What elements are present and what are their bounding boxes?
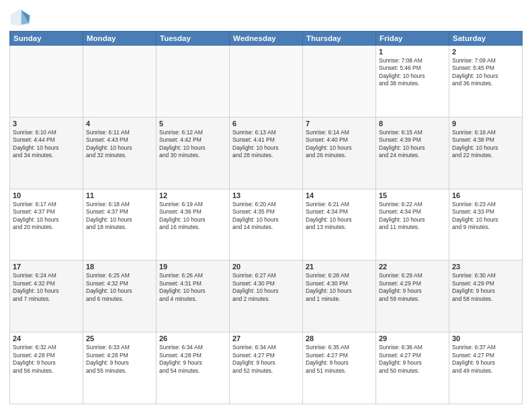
calendar-header: SundayMondayTuesdayWednesdayThursdayFrid… (10, 32, 523, 46)
day-info: Sunrise: 6:33 AM Sunset: 4:28 PM Dayligh… (86, 344, 130, 373)
calendar-cell: 7Sunrise: 6:14 AM Sunset: 4:40 PM Daylig… (303, 117, 376, 189)
calendar-cell: 23Sunrise: 6:30 AM Sunset: 4:29 PM Dayli… (449, 261, 523, 332)
calendar-cell: 30Sunrise: 6:37 AM Sunset: 4:27 PM Dayli… (449, 332, 523, 404)
calendar-cell: 3Sunrise: 6:10 AM Sunset: 4:44 PM Daylig… (10, 117, 83, 189)
calendar-cell: 29Sunrise: 6:36 AM Sunset: 4:27 PM Dayli… (376, 332, 449, 404)
day-info: Sunrise: 7:09 AM Sunset: 5:45 PM Dayligh… (452, 57, 498, 87)
calendar-cell: 17Sunrise: 6:24 AM Sunset: 4:32 PM Dayli… (10, 261, 83, 332)
calendar-cell: 15Sunrise: 6:22 AM Sunset: 4:34 PM Dayli… (376, 189, 449, 261)
week-row-2: 10Sunrise: 6:17 AM Sunset: 4:37 PM Dayli… (10, 189, 523, 261)
day-info: Sunrise: 6:24 AM Sunset: 4:32 PM Dayligh… (13, 272, 59, 302)
calendar-cell (10, 46, 83, 118)
weekday-header-sunday: Sunday (10, 32, 83, 46)
day-number: 30 (452, 334, 519, 342)
day-info: Sunrise: 6:20 AM Sunset: 4:35 PM Dayligh… (232, 201, 279, 230)
day-info: Sunrise: 6:34 AM Sunset: 4:27 PM Dayligh… (232, 344, 276, 373)
day-info: Sunrise: 6:28 AM Sunset: 4:30 PM Dayligh… (306, 272, 352, 302)
day-number: 23 (452, 263, 519, 271)
day-number: 10 (13, 191, 80, 199)
day-info: Sunrise: 6:19 AM Sunset: 4:36 PM Dayligh… (159, 201, 206, 230)
calendar-cell: 12Sunrise: 6:19 AM Sunset: 4:36 PM Dayli… (157, 189, 230, 261)
day-info: Sunrise: 6:21 AM Sunset: 4:34 PM Dayligh… (306, 201, 352, 230)
day-number: 17 (13, 263, 80, 271)
day-number: 21 (306, 263, 373, 271)
day-info: Sunrise: 7:08 AM Sunset: 5:46 PM Dayligh… (379, 57, 425, 87)
day-number: 11 (86, 191, 153, 199)
calendar-cell: 4Sunrise: 6:11 AM Sunset: 4:43 PM Daylig… (83, 117, 157, 189)
day-info: Sunrise: 6:26 AM Sunset: 4:31 PM Dayligh… (159, 272, 206, 302)
day-info: Sunrise: 6:30 AM Sunset: 4:29 PM Dayligh… (452, 272, 496, 302)
day-info: Sunrise: 6:11 AM Sunset: 4:43 PM Dayligh… (86, 129, 132, 158)
day-number: 6 (232, 120, 300, 128)
day-number: 3 (13, 120, 80, 128)
calendar-table: SundayMondayTuesdayWednesdayThursdayFrid… (9, 31, 523, 404)
calendar-cell: 18Sunrise: 6:25 AM Sunset: 4:32 PM Dayli… (83, 261, 157, 332)
calendar-cell (157, 46, 230, 118)
calendar-cell: 22Sunrise: 6:29 AM Sunset: 4:29 PM Dayli… (376, 261, 449, 332)
week-row-0: 1Sunrise: 7:08 AM Sunset: 5:46 PM Daylig… (10, 46, 523, 118)
day-info: Sunrise: 6:13 AM Sunset: 4:41 PM Dayligh… (232, 129, 279, 158)
calendar-cell: 9Sunrise: 6:16 AM Sunset: 4:38 PM Daylig… (449, 117, 523, 189)
day-number: 15 (379, 191, 446, 199)
day-number: 20 (232, 263, 300, 271)
day-info: Sunrise: 6:18 AM Sunset: 4:37 PM Dayligh… (86, 201, 132, 230)
day-number: 29 (379, 334, 446, 342)
day-info: Sunrise: 6:32 AM Sunset: 4:28 PM Dayligh… (13, 344, 56, 373)
header-row: SundayMondayTuesdayWednesdayThursdayFrid… (10, 32, 523, 46)
day-info: Sunrise: 6:15 AM Sunset: 4:39 PM Dayligh… (379, 129, 425, 158)
day-number: 26 (159, 334, 226, 342)
calendar-cell (230, 46, 303, 118)
calendar-cell: 8Sunrise: 6:15 AM Sunset: 4:39 PM Daylig… (376, 117, 449, 189)
weekday-header-monday: Monday (83, 32, 157, 46)
page: SundayMondayTuesdayWednesdayThursdayFrid… (0, 0, 532, 411)
calendar-cell: 20Sunrise: 6:27 AM Sunset: 4:30 PM Dayli… (230, 261, 303, 332)
weekday-header-wednesday: Wednesday (230, 32, 303, 46)
header (9, 8, 523, 27)
generalblue-icon (9, 8, 31, 27)
calendar-cell: 11Sunrise: 6:18 AM Sunset: 4:37 PM Dayli… (83, 189, 157, 261)
calendar-body: 1Sunrise: 7:08 AM Sunset: 5:46 PM Daylig… (10, 46, 523, 404)
day-number: 1 (379, 48, 446, 56)
calendar-cell: 6Sunrise: 6:13 AM Sunset: 4:41 PM Daylig… (230, 117, 303, 189)
day-number: 7 (306, 120, 373, 128)
weekday-header-friday: Friday (376, 32, 449, 46)
calendar-cell: 1Sunrise: 7:08 AM Sunset: 5:46 PM Daylig… (376, 46, 449, 118)
day-number: 19 (159, 263, 226, 271)
logo (9, 8, 34, 27)
day-number: 8 (379, 120, 446, 128)
calendar-cell: 5Sunrise: 6:12 AM Sunset: 4:42 PM Daylig… (157, 117, 230, 189)
weekday-header-saturday: Saturday (449, 32, 523, 46)
day-number: 16 (452, 191, 519, 199)
calendar-cell: 2Sunrise: 7:09 AM Sunset: 5:45 PM Daylig… (449, 46, 523, 118)
day-info: Sunrise: 6:10 AM Sunset: 4:44 PM Dayligh… (13, 129, 59, 158)
day-info: Sunrise: 6:25 AM Sunset: 4:32 PM Dayligh… (86, 272, 132, 302)
day-info: Sunrise: 6:27 AM Sunset: 4:30 PM Dayligh… (232, 272, 279, 302)
day-info: Sunrise: 6:12 AM Sunset: 4:42 PM Dayligh… (159, 129, 206, 158)
day-info: Sunrise: 6:14 AM Sunset: 4:40 PM Dayligh… (306, 129, 352, 158)
day-number: 24 (13, 334, 80, 342)
calendar-cell: 27Sunrise: 6:34 AM Sunset: 4:27 PM Dayli… (230, 332, 303, 404)
calendar-cell: 25Sunrise: 6:33 AM Sunset: 4:28 PM Dayli… (83, 332, 157, 404)
day-info: Sunrise: 6:16 AM Sunset: 4:38 PM Dayligh… (452, 129, 498, 158)
day-info: Sunrise: 6:35 AM Sunset: 4:27 PM Dayligh… (306, 344, 349, 373)
calendar-cell: 14Sunrise: 6:21 AM Sunset: 4:34 PM Dayli… (303, 189, 376, 261)
calendar-cell: 10Sunrise: 6:17 AM Sunset: 4:37 PM Dayli… (10, 189, 83, 261)
day-info: Sunrise: 6:36 AM Sunset: 4:27 PM Dayligh… (379, 344, 423, 373)
calendar-cell: 24Sunrise: 6:32 AM Sunset: 4:28 PM Dayli… (10, 332, 83, 404)
day-number: 13 (232, 191, 300, 199)
day-number: 4 (86, 120, 153, 128)
calendar-cell: 21Sunrise: 6:28 AM Sunset: 4:30 PM Dayli… (303, 261, 376, 332)
day-info: Sunrise: 6:23 AM Sunset: 4:33 PM Dayligh… (452, 201, 498, 230)
day-info: Sunrise: 6:29 AM Sunset: 4:29 PM Dayligh… (379, 272, 423, 302)
weekday-header-tuesday: Tuesday (157, 32, 230, 46)
day-number: 14 (306, 191, 373, 199)
day-number: 5 (159, 120, 226, 128)
weekday-header-thursday: Thursday (303, 32, 376, 46)
day-number: 9 (452, 120, 519, 128)
calendar-cell: 16Sunrise: 6:23 AM Sunset: 4:33 PM Dayli… (449, 189, 523, 261)
day-number: 18 (86, 263, 153, 271)
day-info: Sunrise: 6:34 AM Sunset: 4:28 PM Dayligh… (159, 344, 203, 373)
day-number: 2 (452, 48, 519, 56)
calendar-cell (303, 46, 376, 118)
day-info: Sunrise: 6:22 AM Sunset: 4:34 PM Dayligh… (379, 201, 425, 230)
